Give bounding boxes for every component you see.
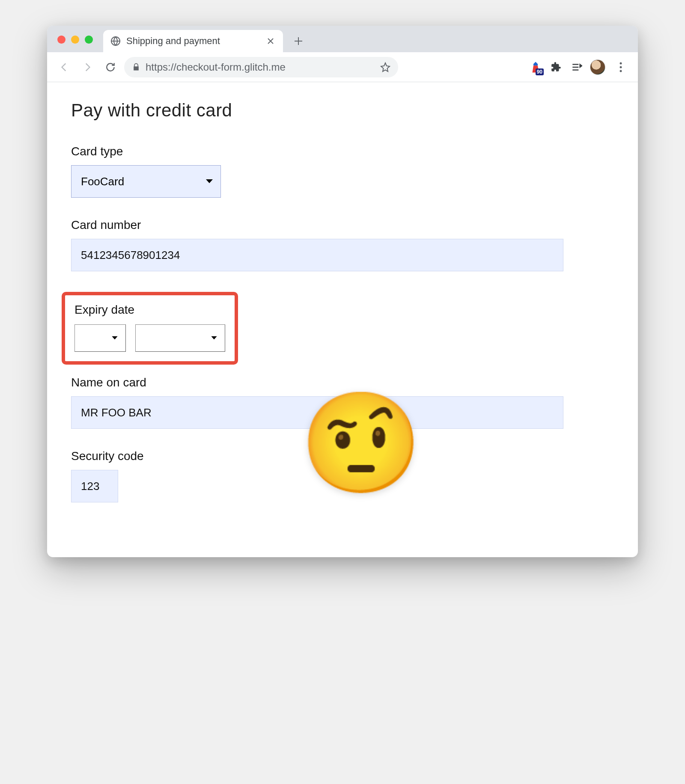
toolbar-right: 90 [528, 58, 630, 77]
reload-button[interactable] [101, 58, 120, 77]
security-code-input[interactable]: 123 [71, 470, 118, 502]
expiry-month-select[interactable] [74, 324, 126, 352]
card-type-select[interactable]: FooCard [71, 165, 221, 198]
browser-tab[interactable]: Shipping and payment [103, 30, 283, 52]
expiry-month-value [74, 324, 126, 352]
expiry-highlight-box: Expiry date [62, 292, 238, 365]
new-tab-button[interactable] [289, 32, 308, 50]
extensions-puzzle-icon[interactable] [549, 60, 563, 74]
security-code-value: 123 [81, 480, 99, 493]
card-number-field: Card number 5412345678901234 [71, 218, 614, 271]
card-type-label: Card type [71, 145, 614, 158]
globe-icon [110, 36, 121, 47]
forward-button[interactable] [78, 58, 97, 77]
tab-title: Shipping and payment [126, 36, 260, 47]
tab-strip: Shipping and payment [47, 26, 638, 52]
card-number-label: Card number [71, 218, 614, 232]
browser-toolbar: https://checkout-form.glitch.me 90 [47, 52, 638, 82]
lock-icon [132, 63, 140, 71]
svg-point-2 [620, 66, 622, 68]
svg-point-1 [620, 62, 622, 64]
browser-menu-button[interactable] [611, 58, 630, 77]
browser-window: Shipping and payment https://checkout-fo… [47, 26, 638, 557]
expiry-year-select[interactable] [135, 324, 225, 352]
card-number-value: 5412345678901234 [81, 249, 180, 262]
profile-avatar[interactable] [590, 59, 605, 75]
close-tab-icon[interactable] [265, 37, 276, 45]
back-button[interactable] [55, 58, 74, 77]
expiry-selects [74, 324, 225, 352]
window-controls [54, 36, 103, 52]
page-content: Pay with credit card Card type FooCard C… [47, 82, 638, 557]
card-number-input[interactable]: 5412345678901234 [71, 239, 563, 271]
url-text: https://checkout-form.glitch.me [146, 61, 375, 73]
minimize-window-button[interactable] [71, 36, 79, 44]
reading-list-icon[interactable] [569, 60, 584, 74]
address-bar[interactable]: https://checkout-form.glitch.me [124, 57, 398, 77]
expiry-year-value [135, 324, 225, 352]
raised-eyebrow-emoji: 🤨 [300, 394, 423, 492]
maximize-window-button[interactable] [85, 36, 93, 44]
lighthouse-extension-icon[interactable]: 90 [528, 60, 543, 74]
card-type-value: FooCard [71, 165, 221, 198]
bookmark-star-icon[interactable] [380, 62, 390, 72]
expiry-label: Expiry date [74, 303, 225, 317]
extension-badge: 90 [536, 68, 544, 75]
svg-point-3 [620, 70, 622, 72]
card-type-field: Card type FooCard [71, 145, 614, 198]
close-window-button[interactable] [57, 36, 66, 44]
page-title: Pay with credit card [71, 100, 614, 121]
name-on-card-value: MR FOO BAR [81, 406, 152, 419]
